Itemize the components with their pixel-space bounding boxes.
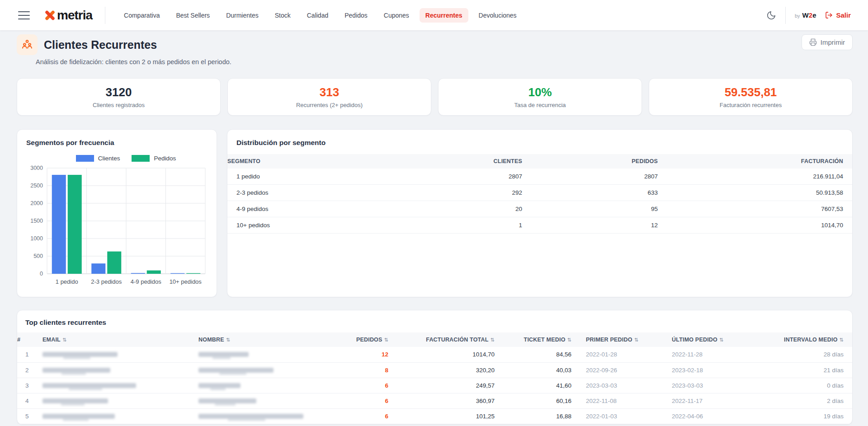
table-row: 4 6 360,97 60,16 2022-11-08 2022-11-17 2… (17, 393, 852, 408)
brand-name: metria (57, 8, 92, 23)
hamburger-menu-icon[interactable] (18, 11, 30, 19)
frequency-chart-panel: Segmentos por frecuencia Clientes Pedido… (17, 129, 217, 297)
by-brand: by W2e (795, 11, 816, 19)
sort-icon: ⇅ (62, 337, 66, 342)
column-header-sortable[interactable]: INTERVALO MEDIO⇅ (745, 332, 852, 347)
svg-text:0: 0 (40, 271, 43, 277)
column-header: SEGMENTO (227, 154, 426, 169)
sort-icon: ⇅ (567, 337, 571, 342)
name-cell (198, 362, 330, 378)
bar-pedidos-4 (186, 273, 200, 274)
table-row: 3 6 249,57 41,60 2023-03-03 2023-03-03 0… (17, 378, 852, 393)
column-header-sortable[interactable]: PRIMER PEDIDO⇅ (571, 332, 658, 347)
intervalo-medio-cell: 0 días (745, 378, 852, 393)
svg-text:500: 500 (33, 253, 43, 259)
column-label: NOMBRE (198, 337, 224, 343)
sort-icon: ⇅ (840, 337, 844, 342)
ticket-medio-cell: 41,60 (495, 378, 571, 393)
svg-text:1 pedido: 1 pedido (56, 278, 78, 285)
column-header-sortable[interactable]: NOMBRE⇅ (198, 332, 330, 347)
table-row: 4-9 pedidos 20 95 7607,53 (227, 201, 852, 217)
nav-item[interactable]: Best Sellers (170, 8, 216, 23)
nav-item[interactable]: Stock (269, 8, 297, 23)
segment-panel: Distribución por segmento SEGMENTOCLIENT… (227, 129, 853, 297)
column-header-sortable[interactable]: ÚLTIMO PEDIDO⇅ (658, 332, 745, 347)
nav-item[interactable]: Calidad (301, 8, 334, 23)
brand-logo[interactable]: metria (43, 8, 92, 23)
column-label: PRIMER PEDIDO (586, 337, 632, 343)
column-header-sortable[interactable]: # (17, 332, 42, 347)
segment-cell: 1 pedido (227, 169, 426, 185)
primer-pedido-cell: 2022-01-28 (571, 347, 658, 362)
email-cell (42, 393, 198, 408)
nav-item[interactable]: Pedidos (339, 8, 373, 23)
segment-title: Distribución por segmento (227, 139, 852, 147)
nav-item[interactable]: Recurrentes (420, 8, 468, 23)
facturacion-cell: 7607,53 (658, 201, 852, 217)
name-redacted-bar (198, 383, 241, 388)
table-row: 2 8 320,20 40,03 2022-09-26 2023-02-18 2… (17, 362, 852, 378)
ticket-medio-cell: 60,16 (495, 393, 571, 408)
segment-cell: 2-3 pedidos (227, 185, 426, 201)
column-header-sortable[interactable]: PEDIDOS⇅ (330, 332, 388, 347)
bar-clientes-1 (52, 175, 66, 274)
facturacion-total-cell: 360,97 (388, 393, 495, 408)
ultimo-pedido-cell: 2022-04-06 (658, 408, 745, 424)
logout-button[interactable]: Salir (825, 11, 851, 19)
facturacion-total-cell: 249,57 (388, 378, 495, 393)
svg-text:2000: 2000 (30, 200, 43, 206)
sort-icon: ⇅ (491, 337, 495, 342)
table-row: 1 12 1014,70 84,56 2022-01-28 2022-11-28… (17, 347, 852, 362)
page-subtitle: Análisis de fidelización: clientes con 2… (36, 58, 231, 66)
sort-icon: ⇅ (384, 337, 388, 342)
svg-text:4-9 pedidos: 4-9 pedidos (131, 278, 161, 285)
email-redacted-bar (42, 414, 115, 419)
page-header: Clientes Recurrentes Análisis de fideliz… (17, 34, 853, 66)
legend-label: Clientes (98, 155, 120, 162)
pedidos-cell: 8 (330, 362, 388, 378)
nav-item[interactable]: Cupones (378, 8, 415, 23)
ticket-medio-cell: 40,03 (495, 362, 571, 378)
sort-icon: ⇅ (226, 337, 230, 342)
clientes-cell: 292 (426, 185, 522, 201)
column-header-sortable[interactable]: TICKET MEDIO⇅ (495, 332, 571, 347)
nav-item[interactable]: Durmientes (220, 8, 264, 23)
printer-icon (809, 38, 817, 46)
theme-toggle-button[interactable] (766, 10, 776, 20)
brand-x-icon (43, 9, 55, 22)
facturacion-cell: 1014,70 (658, 217, 852, 234)
legend-swatch-clientes (76, 155, 94, 162)
stat-card: 3120 Clientes registrados (17, 78, 221, 116)
column-header: PEDIDOS (522, 154, 658, 169)
ticket-medio-cell: 16,88 (495, 408, 571, 424)
intervalo-medio-cell: 2 días (745, 393, 852, 408)
pedidos-cell: 6 (330, 408, 388, 424)
email-cell (42, 378, 198, 393)
navbar-divider (785, 7, 786, 24)
nav-item[interactable]: Devoluciones (473, 8, 523, 23)
nav-item[interactable]: Comparativa (118, 8, 165, 23)
name-redacted-bar (198, 414, 303, 419)
print-button[interactable]: Imprimir (802, 34, 853, 50)
row-index: 3 (17, 378, 42, 393)
bar-pedidos-2 (107, 252, 121, 274)
column-header-sortable[interactable]: EMAIL⇅ (42, 332, 198, 347)
stat-card: 59.535,81 Facturación recurrentes (649, 78, 853, 116)
table-row: 2-3 pedidos 292 633 50.913,58 (227, 185, 852, 201)
row-index: 5 (17, 408, 42, 424)
column-label: PEDIDOS (356, 337, 382, 343)
column-header-sortable[interactable]: FACTURACIÓN TOTAL⇅ (388, 332, 495, 347)
facturacion-total-cell: 320,20 (388, 362, 495, 378)
stat-label: Tasa de recurrencia (514, 102, 566, 108)
email-redacted-bar (42, 368, 110, 373)
navbar-divider (105, 7, 105, 24)
app-navbar: metria ComparativaBest SellersDurmientes… (0, 0, 868, 30)
name-cell (198, 408, 330, 424)
email-redacted-bar (42, 352, 118, 357)
email-redacted-bar (42, 383, 136, 388)
nav-links: ComparativaBest SellersDurmientesStockCa… (118, 8, 523, 23)
by-label: by (795, 13, 800, 19)
navbar-right: by W2e Salir (766, 7, 851, 24)
segment-cell: 10+ pedidos (227, 217, 426, 234)
ultimo-pedido-cell: 2023-03-03 (658, 378, 745, 393)
